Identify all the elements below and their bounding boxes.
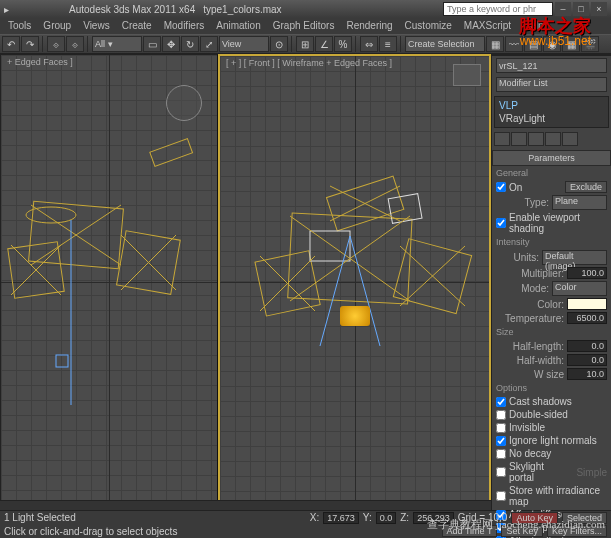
wireframe-left bbox=[1, 55, 217, 509]
watermark-url: www.jb51.net bbox=[520, 34, 591, 48]
opt-checkbox[interactable] bbox=[496, 449, 506, 459]
selection-info: 1 Light Selected bbox=[4, 512, 76, 523]
viewport-right-label[interactable]: [ + ] [ Front ] [ Wireframe + Edged Face… bbox=[226, 58, 392, 68]
move-button[interactable]: ✥ bbox=[162, 36, 180, 52]
svg-rect-4 bbox=[150, 139, 193, 167]
menu-graph[interactable]: Graph Editors bbox=[267, 18, 341, 34]
section-size: Size bbox=[492, 325, 611, 339]
select-button[interactable]: ▭ bbox=[143, 36, 161, 52]
file-name: type1_colors.max bbox=[203, 4, 281, 15]
half-width[interactable]: 0.0 bbox=[567, 354, 607, 366]
temp-field[interactable]: 6500.0 bbox=[567, 312, 607, 324]
menu-views[interactable]: Views bbox=[77, 18, 116, 34]
mode-select[interactable]: Color bbox=[552, 281, 607, 296]
modifier-stack[interactable]: VLP VRayLight bbox=[494, 96, 609, 128]
center-button[interactable]: ⊙ bbox=[270, 36, 288, 52]
scale-button[interactable]: ⤢ bbox=[200, 36, 218, 52]
scene-object bbox=[340, 306, 370, 326]
color-swatch[interactable] bbox=[567, 298, 607, 310]
mirror-button[interactable]: ⇔ bbox=[360, 36, 378, 52]
command-panel: Modifier List VLP VRayLight Parameters G… bbox=[491, 54, 611, 510]
timeline[interactable] bbox=[0, 500, 491, 510]
named-selection[interactable]: Create Selection bbox=[405, 36, 485, 52]
undo-button[interactable]: ↶ bbox=[2, 36, 20, 52]
stack-item[interactable]: VLP bbox=[497, 99, 606, 112]
viewport-right[interactable]: [ + ] [ Front ] [ Wireframe + Edged Face… bbox=[218, 54, 491, 510]
snap-button[interactable]: ⊞ bbox=[296, 36, 314, 52]
stack-item[interactable]: VRayLight bbox=[497, 112, 606, 125]
section-options: Options bbox=[492, 381, 611, 395]
viewport-area: + Edged Faces ] [ + ] [ Front ] [ Wirefr… bbox=[0, 54, 491, 510]
menu-animation[interactable]: Animation bbox=[210, 18, 266, 34]
ref-coord[interactable]: View bbox=[219, 36, 269, 52]
align-button[interactable]: ≡ bbox=[379, 36, 397, 52]
on-checkbox[interactable] bbox=[496, 182, 506, 192]
enable-vp-checkbox[interactable] bbox=[496, 218, 506, 228]
link-button[interactable]: ⟐ bbox=[47, 36, 65, 52]
opt-checkbox[interactable] bbox=[496, 397, 506, 407]
opt-checkbox[interactable] bbox=[496, 436, 506, 446]
app-icon: ▸ bbox=[4, 4, 9, 15]
opt-checkbox[interactable] bbox=[496, 491, 506, 501]
svg-point-3 bbox=[26, 207, 76, 223]
show-result[interactable] bbox=[511, 132, 527, 146]
modifier-list[interactable]: Modifier List bbox=[496, 77, 607, 92]
unlink-button[interactable]: ⟐ bbox=[66, 36, 84, 52]
multiplier-field[interactable]: 100.0 bbox=[567, 267, 607, 279]
w-size[interactable]: 10.0 bbox=[567, 368, 607, 380]
menu-maxscript[interactable]: MAXScript bbox=[458, 18, 517, 34]
type-select[interactable]: Plane bbox=[552, 195, 607, 210]
pin-stack[interactable] bbox=[494, 132, 510, 146]
svg-line-28 bbox=[350, 236, 380, 346]
prompt-text: Click or click-and-drag to select object… bbox=[4, 526, 177, 537]
percent-snap[interactable]: % bbox=[334, 36, 352, 52]
rollout-parameters[interactable]: Parameters bbox=[492, 150, 611, 166]
section-general: General bbox=[492, 166, 611, 180]
rotate-button[interactable]: ↻ bbox=[181, 36, 199, 52]
menu-modifiers[interactable]: Modifiers bbox=[158, 18, 211, 34]
menu-rendering[interactable]: Rendering bbox=[340, 18, 398, 34]
remove-mod[interactable] bbox=[545, 132, 561, 146]
layer-button[interactable]: ▦ bbox=[486, 36, 504, 52]
y-coord[interactable]: 0.0 bbox=[376, 512, 397, 524]
exclude-button[interactable]: Exclude bbox=[565, 181, 607, 193]
object-name-field[interactable] bbox=[496, 58, 607, 73]
menu-create[interactable]: Create bbox=[116, 18, 158, 34]
make-unique[interactable] bbox=[528, 132, 544, 146]
viewport-left-label[interactable]: + Edged Faces ] bbox=[7, 57, 73, 67]
menu-tools[interactable]: Tools bbox=[2, 18, 37, 34]
opt-checkbox[interactable] bbox=[496, 410, 506, 420]
app-title: Autodesk 3ds Max 2011 x64 bbox=[69, 4, 195, 15]
viewport-left[interactable]: + Edged Faces ] bbox=[0, 54, 218, 510]
config-stack[interactable] bbox=[562, 132, 578, 146]
units-select[interactable]: Default (image) bbox=[542, 250, 607, 265]
angle-snap[interactable]: ∠ bbox=[315, 36, 333, 52]
close-button[interactable]: × bbox=[591, 2, 607, 16]
x-coord[interactable]: 17.673 bbox=[323, 512, 359, 524]
svg-line-27 bbox=[320, 236, 350, 346]
wireframe-right bbox=[220, 56, 489, 508]
half-length[interactable]: 0.0 bbox=[567, 340, 607, 352]
svg-rect-12 bbox=[56, 355, 68, 367]
menu-group[interactable]: Group bbox=[37, 18, 77, 34]
opt-checkbox[interactable] bbox=[496, 467, 506, 477]
opt-checkbox[interactable] bbox=[496, 423, 506, 433]
redo-button[interactable]: ↷ bbox=[21, 36, 39, 52]
section-intensity: Intensity bbox=[492, 235, 611, 249]
watermark-footer: 查字典教程网 jiaocheng.chazidian.com bbox=[427, 517, 605, 532]
menu-customize[interactable]: Customize bbox=[399, 18, 458, 34]
selection-filter[interactable]: All ▾ bbox=[92, 36, 142, 52]
